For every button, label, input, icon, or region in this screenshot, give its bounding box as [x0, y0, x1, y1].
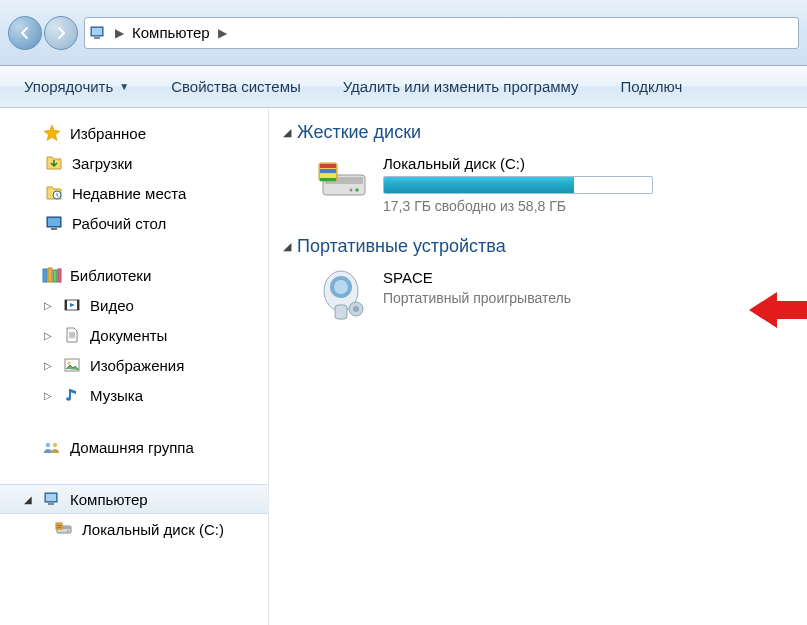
libraries-icon: [42, 265, 62, 285]
svg-point-41: [334, 280, 348, 294]
downloads-icon: [44, 153, 64, 173]
svg-rect-8: [43, 269, 47, 282]
expand-icon[interactable]: ▷: [44, 300, 54, 311]
nav-buttons: [8, 16, 78, 50]
uninstall-label: Удалить или изменить программу: [343, 78, 579, 95]
libraries-group: ▶ Библиотеки ▷ Видео ▷ Документы: [0, 256, 268, 428]
expand-icon[interactable]: ▷: [44, 390, 54, 401]
sidebar-item-video[interactable]: ▷ Видео: [0, 290, 268, 320]
svg-rect-38: [320, 178, 336, 181]
pictures-icon: [62, 355, 82, 375]
sidebar-item-recent[interactable]: Недавние места: [0, 178, 268, 208]
svg-point-33: [350, 189, 353, 192]
computer-header[interactable]: ◢ Компьютер: [0, 484, 268, 514]
music-icon: [62, 385, 82, 405]
homegroup-header[interactable]: ▶ Домашняя группа: [0, 432, 268, 462]
svg-rect-10: [53, 270, 57, 282]
sidebar-item-label: Недавние места: [72, 185, 186, 202]
sidebar-item-local-disk[interactable]: Локальный диск (C:): [0, 514, 268, 544]
expand-icon: ▶: [24, 270, 34, 281]
svg-rect-35: [320, 164, 336, 168]
breadcrumb-separator: ▶: [111, 26, 128, 40]
main-area: ▶ Избранное Загрузки Недавние места: [0, 108, 807, 625]
favorites-group: ▶ Избранное Загрузки Недавние места: [0, 114, 268, 256]
svg-rect-37: [320, 174, 336, 178]
svg-rect-14: [77, 300, 79, 310]
svg-rect-13: [65, 300, 67, 310]
sidebar-item-label: Видео: [90, 297, 134, 314]
connect-label: Подключ: [621, 78, 683, 95]
navigation-pane: ▶ Избранное Загрузки Недавние места: [0, 108, 269, 625]
expand-icon[interactable]: ▷: [44, 330, 54, 341]
homegroup-label: Домашняя группа: [70, 439, 194, 456]
sidebar-item-label: Изображения: [90, 357, 184, 374]
uninstall-program-button[interactable]: Удалить или изменить программу: [343, 78, 579, 95]
section-portable-devices[interactable]: ◢ Портативные устройства: [279, 232, 807, 265]
toolbar: Упорядочить ▼ Свойства системы Удалить и…: [0, 66, 807, 108]
device-name: SPACE: [383, 269, 571, 286]
sidebar-item-label: Локальный диск (C:): [82, 521, 224, 538]
back-button[interactable]: [8, 16, 42, 50]
homegroup-icon: [42, 437, 62, 457]
svg-point-17: [68, 362, 71, 365]
section-title: Портативные устройства: [297, 236, 506, 257]
section-hard-drives[interactable]: ◢ Жесткие диски: [279, 118, 807, 151]
expand-icon: ▶: [24, 128, 34, 139]
navigation-bar: ▶ Компьютер ▶: [0, 0, 807, 66]
expand-icon: ▶: [24, 442, 34, 453]
drive-name: Локальный диск (C:): [383, 155, 653, 172]
capacity-fill: [384, 177, 574, 193]
computer-icon: [89, 24, 107, 42]
drive-item-c[interactable]: Локальный диск (C:) 17,3 ГБ свободно из …: [279, 151, 807, 232]
capacity-bar: [383, 176, 653, 194]
drive-info: Локальный диск (C:) 17,3 ГБ свободно из …: [383, 155, 653, 214]
system-properties-button[interactable]: Свойства системы: [171, 78, 301, 95]
svg-point-18: [66, 397, 71, 401]
collapse-icon[interactable]: ◢: [283, 126, 291, 139]
svg-marker-45: [749, 292, 807, 328]
libraries-label: Библиотеки: [70, 267, 151, 284]
sidebar-item-label: Документы: [90, 327, 167, 344]
svg-rect-2: [94, 37, 100, 39]
collapse-icon[interactable]: ◢: [283, 240, 291, 253]
svg-rect-29: [57, 527, 61, 528]
star-icon: [42, 123, 62, 143]
svg-rect-6: [48, 218, 60, 226]
drive-icon: [54, 519, 74, 539]
video-icon: [62, 295, 82, 315]
favorites-header[interactable]: ▶ Избранное: [0, 118, 268, 148]
desktop-icon: [44, 213, 64, 233]
computer-icon: [42, 489, 62, 509]
device-info: SPACE Портативный проигрыватель: [383, 269, 571, 306]
svg-point-32: [355, 188, 359, 192]
sidebar-item-music[interactable]: ▷ Музыка: [0, 380, 268, 410]
libraries-header[interactable]: ▶ Библиотеки: [0, 260, 268, 290]
organize-label: Упорядочить: [24, 78, 113, 95]
expand-icon[interactable]: ▷: [44, 360, 54, 371]
expand-icon[interactable]: ◢: [24, 494, 34, 505]
breadcrumb[interactable]: ▶ Компьютер ▶: [84, 17, 799, 49]
sidebar-item-documents[interactable]: ▷ Документы: [0, 320, 268, 350]
portable-player-icon: [317, 269, 369, 325]
organize-menu[interactable]: Упорядочить ▼: [24, 78, 129, 95]
sidebar-item-label: Загрузки: [72, 155, 132, 172]
connect-button[interactable]: Подключ: [621, 78, 683, 95]
sidebar-item-desktop[interactable]: Рабочий стол: [0, 208, 268, 238]
forward-button[interactable]: [44, 16, 78, 50]
svg-rect-23: [48, 503, 54, 505]
sidebar-item-label: Рабочий стол: [72, 215, 166, 232]
system-properties-label: Свойства системы: [171, 78, 301, 95]
favorites-label: Избранное: [70, 125, 146, 142]
sidebar-item-downloads[interactable]: Загрузки: [0, 148, 268, 178]
documents-icon: [62, 325, 82, 345]
svg-rect-9: [48, 268, 52, 282]
sidebar-item-pictures[interactable]: ▷ Изображения: [0, 350, 268, 380]
svg-rect-1: [92, 28, 102, 35]
homegroup-group: ▶ Домашняя группа: [0, 428, 268, 480]
breadcrumb-separator[interactable]: ▶: [214, 26, 231, 40]
dropdown-icon: ▼: [119, 81, 129, 92]
svg-rect-42: [335, 305, 347, 319]
annotation-arrow-icon: [749, 286, 807, 334]
breadcrumb-item[interactable]: Компьютер: [128, 22, 214, 43]
device-item-space[interactable]: SPACE Портативный проигрыватель: [279, 265, 807, 343]
